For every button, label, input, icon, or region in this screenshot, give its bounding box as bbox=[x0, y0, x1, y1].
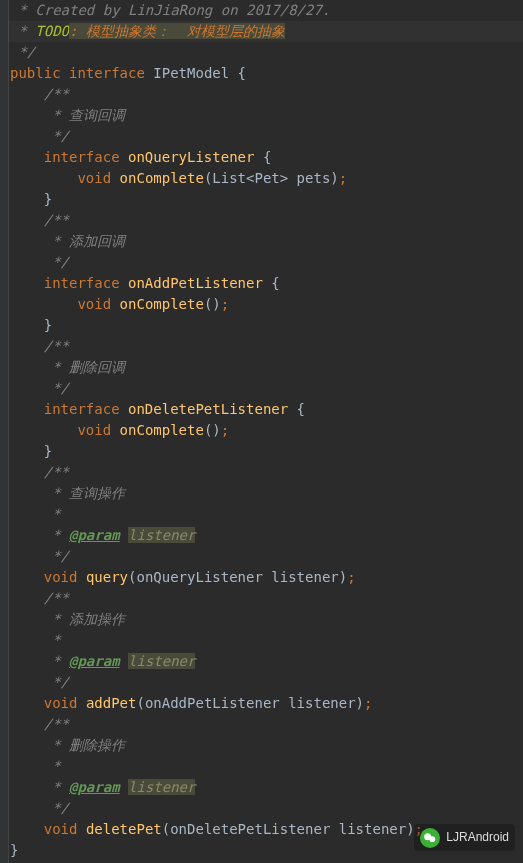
code-line: * 查询回调 bbox=[10, 105, 523, 126]
comment-text: * bbox=[10, 527, 69, 543]
doc-param-tag: @param bbox=[69, 653, 120, 669]
brace: } bbox=[10, 842, 18, 858]
todo-text: : 模型抽象类： 对模型层的抽象 bbox=[69, 23, 285, 39]
keyword: interface bbox=[44, 275, 120, 291]
indent bbox=[10, 296, 77, 312]
indent bbox=[10, 821, 44, 837]
comment-text: */ bbox=[10, 128, 69, 144]
params: (onQueryListener listener) bbox=[128, 569, 347, 585]
watermark-text: LJRAndroid bbox=[446, 827, 509, 848]
code-line: * @param listener bbox=[10, 777, 523, 798]
code-line: } bbox=[10, 441, 523, 462]
brace: { bbox=[263, 149, 271, 165]
semicolon: ; bbox=[221, 296, 229, 312]
code-line: * 查询操作 bbox=[10, 483, 523, 504]
svg-point-1 bbox=[430, 836, 436, 842]
keyword: interface bbox=[69, 65, 145, 81]
semicolon: ; bbox=[221, 422, 229, 438]
brace: } bbox=[10, 317, 52, 333]
brace: } bbox=[10, 191, 52, 207]
comment-text: */ bbox=[10, 44, 35, 60]
comment-text: /** bbox=[10, 212, 69, 228]
keyword: void bbox=[44, 821, 78, 837]
comment-text: /** bbox=[10, 464, 69, 480]
code-line: */ bbox=[10, 252, 523, 273]
keyword: void bbox=[77, 170, 111, 186]
doc-param-tag: @param bbox=[69, 527, 120, 543]
code-line: * @param listener bbox=[10, 525, 523, 546]
code-line: } bbox=[10, 189, 523, 210]
code-line: /** bbox=[10, 84, 523, 105]
code-line: */ bbox=[10, 126, 523, 147]
todo-tag: TODO bbox=[35, 23, 69, 39]
comment-text: * 添加操作 bbox=[10, 611, 125, 627]
comment-text: /** bbox=[10, 86, 69, 102]
semicolon: ; bbox=[364, 695, 372, 711]
method-name: query bbox=[86, 569, 128, 585]
code-line: void onComplete(); bbox=[10, 420, 523, 441]
indent bbox=[10, 275, 44, 291]
code-line: /** bbox=[10, 714, 523, 735]
code-line: * bbox=[10, 756, 523, 777]
code-line: */ bbox=[10, 672, 523, 693]
comment-text: /** bbox=[10, 338, 69, 354]
brace: { bbox=[271, 275, 279, 291]
code-line: * bbox=[10, 630, 523, 651]
method-name: onComplete bbox=[120, 170, 204, 186]
comment-text: * 查询回调 bbox=[10, 107, 125, 123]
code-line: interface onQueryListener { bbox=[10, 147, 523, 168]
code-line: interface onAddPetListener { bbox=[10, 273, 523, 294]
comment-text: /** bbox=[10, 716, 69, 732]
keyword: public bbox=[10, 65, 61, 81]
code-line: void addPet(onAddPetListener listener); bbox=[10, 693, 523, 714]
comment-text: /** bbox=[10, 590, 69, 606]
code-line: * 添加回调 bbox=[10, 231, 523, 252]
comment-text: * bbox=[10, 632, 61, 648]
code-line: */ bbox=[10, 798, 523, 819]
brace: { bbox=[297, 401, 305, 417]
doc-param-tag: @param bbox=[69, 779, 120, 795]
code-line: void onComplete(List<Pet> pets); bbox=[10, 168, 523, 189]
code-line: /** bbox=[10, 210, 523, 231]
params: (List<Pet> pets) bbox=[204, 170, 339, 186]
code-line: * Created by LinJiaRong on 2017/8/27. bbox=[10, 0, 523, 21]
keyword: void bbox=[44, 695, 78, 711]
keyword: interface bbox=[44, 401, 120, 417]
doc-param-name: listener bbox=[128, 653, 195, 669]
class-name: IPetModel bbox=[153, 65, 229, 81]
indent bbox=[10, 401, 44, 417]
params: (onDeletePetListener listener) bbox=[162, 821, 415, 837]
method-name: onComplete bbox=[120, 422, 204, 438]
params: () bbox=[204, 296, 221, 312]
code-line: */ bbox=[10, 378, 523, 399]
semicolon: ; bbox=[339, 170, 347, 186]
code-line: void query(onQueryListener listener); bbox=[10, 567, 523, 588]
interface-name: onAddPetListener bbox=[128, 275, 263, 291]
comment-text: * bbox=[10, 506, 61, 522]
keyword: void bbox=[77, 296, 111, 312]
doc-param-name: listener bbox=[128, 779, 195, 795]
code-line: public interface IPetModel { bbox=[10, 63, 523, 84]
brace: { bbox=[238, 65, 246, 81]
code-line: /** bbox=[10, 462, 523, 483]
indent bbox=[10, 170, 77, 186]
code-line: void onComplete(); bbox=[10, 294, 523, 315]
comment-text: * bbox=[10, 23, 35, 39]
comment-text: * bbox=[10, 758, 61, 774]
comment-text: * Created by LinJiaRong on 2017/8/27. bbox=[10, 2, 330, 18]
code-line: * bbox=[10, 504, 523, 525]
code-line: * @param listener bbox=[10, 651, 523, 672]
comment-text: */ bbox=[10, 254, 69, 270]
brace: } bbox=[10, 443, 52, 459]
code-line: /** bbox=[10, 588, 523, 609]
indent bbox=[10, 695, 44, 711]
indent bbox=[10, 149, 44, 165]
method-name: deletePet bbox=[86, 821, 162, 837]
code-line: /** bbox=[10, 336, 523, 357]
comment-text: * 删除回调 bbox=[10, 359, 125, 375]
wechat-icon bbox=[420, 828, 440, 848]
keyword: interface bbox=[44, 149, 120, 165]
comment-text: * 添加回调 bbox=[10, 233, 125, 249]
interface-name: onDeletePetListener bbox=[128, 401, 288, 417]
semicolon: ; bbox=[347, 569, 355, 585]
